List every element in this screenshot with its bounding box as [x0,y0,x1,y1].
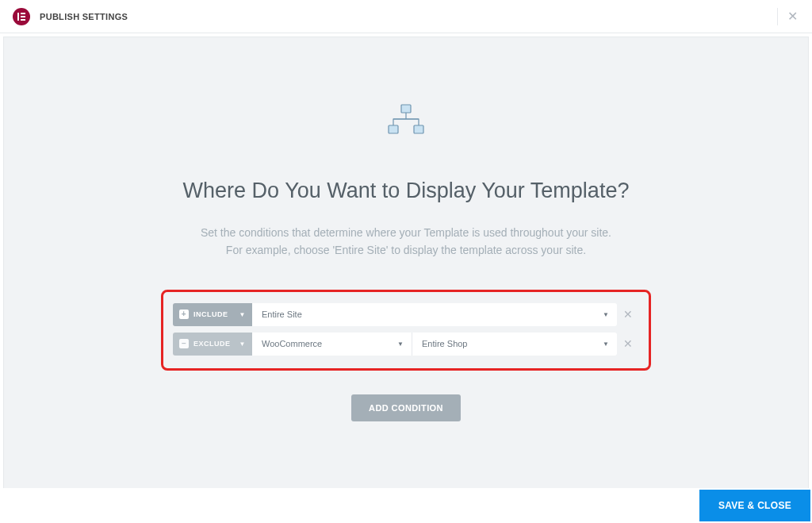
condition-row: + INCLUDE ▼ Entire Site ▼ ✕ [173,303,639,326]
select-value: Entire Shop [422,339,467,348]
condition-sub-select[interactable]: Entire Shop ▼ [412,333,617,356]
modal-body: Where Do You Want to Display Your Templa… [3,37,809,517]
modal-title: PUBLISH SETTINGS [40,12,128,21]
svg-rect-5 [389,125,398,133]
save-and-close-button[interactable]: SAVE & CLOSE [699,490,810,521]
conditions-highlighted-area: + INCLUDE ▼ Entire Site ▼ ✕ – EXCLUDE ▼ … [161,290,651,371]
svg-rect-3 [21,19,25,21]
modal-header: PUBLISH SETTINGS ✕ [0,0,812,33]
close-icon[interactable]: ✕ [777,8,798,25]
condition-selects: Entire Site ▼ [252,303,617,326]
chevron-down-icon: ▼ [603,340,609,348]
minus-icon: – [179,339,189,348]
chevron-down-icon: ▼ [239,340,246,348]
add-condition-button[interactable]: ADD CONDITION [351,394,461,421]
svg-rect-6 [414,125,423,133]
subtitle-line-2: For example, choose 'Entire Site' to dis… [226,244,586,256]
sitemap-icon [387,104,425,136]
subtitle-line-1: Set the conditions that determine where … [201,226,611,239]
page-subtitle: Set the conditions that determine where … [4,224,808,260]
chevron-down-icon: ▼ [239,311,246,318]
chevron-down-icon: ▼ [603,311,609,318]
elementor-logo-icon [13,8,30,25]
svg-rect-2 [21,16,25,17]
svg-rect-1 [21,13,25,14]
chevron-down-icon: ▼ [397,340,404,348]
condition-type-toggle-include[interactable]: + INCLUDE ▼ [173,303,252,326]
remove-condition-icon[interactable]: ✕ [617,337,639,350]
select-value: WooCommerce [262,339,322,348]
plus-icon: + [179,310,189,319]
condition-row: – EXCLUDE ▼ WooCommerce ▼ Entire Shop ▼ … [173,333,639,356]
remove-condition-icon[interactable]: ✕ [617,308,639,321]
condition-selects: WooCommerce ▼ Entire Shop ▼ [252,333,617,356]
svg-rect-0 [17,13,19,21]
condition-type-label: EXCLUDE [193,340,231,348]
condition-type-label: INCLUDE [193,310,228,318]
condition-type-toggle-exclude[interactable]: – EXCLUDE ▼ [173,333,252,356]
condition-category-select[interactable]: WooCommerce ▼ [252,333,412,356]
svg-rect-4 [401,105,411,113]
modal-footer: SAVE & CLOSE [0,488,812,523]
condition-scope-select[interactable]: Entire Site ▼ [252,303,617,326]
select-value: Entire Site [262,310,302,319]
page-heading: Where Do You Want to Display Your Templa… [4,179,808,203]
